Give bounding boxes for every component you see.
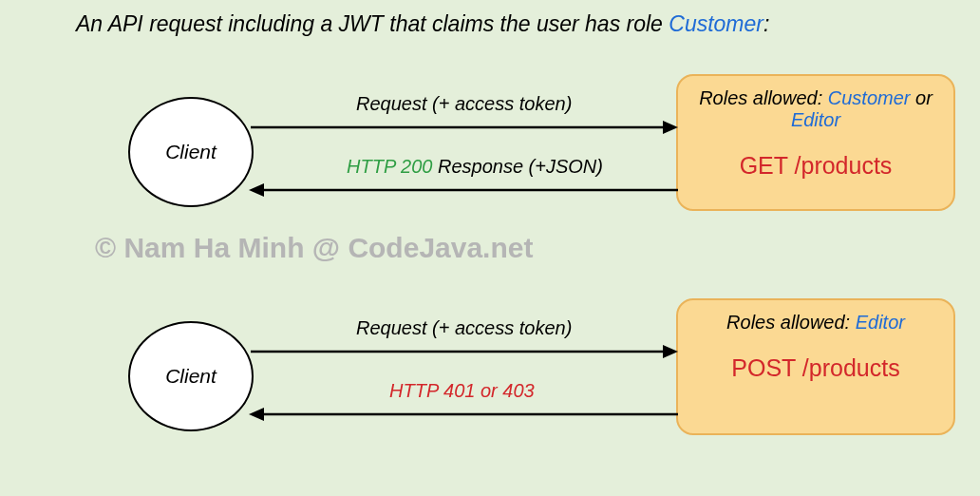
role-editor: Editor xyxy=(791,109,840,130)
arrow-response-1-icon xyxy=(249,181,678,200)
client-node-1: Client xyxy=(128,97,254,207)
response-suffix: Response (+JSON) xyxy=(432,156,603,177)
response-label-1: HTTP 200 Response (+JSON) xyxy=(347,156,603,178)
svg-marker-5 xyxy=(663,345,678,358)
arrow-request-1-icon xyxy=(251,118,678,137)
diagram-title: An API request including a JWT that clai… xyxy=(76,11,769,37)
response-label-2: HTTP 401 or 403 xyxy=(389,380,535,402)
client-node-2: Client xyxy=(128,321,254,431)
server-box-get: Roles allowed: Customer or Editor GET /p… xyxy=(676,74,955,211)
title-suffix: : xyxy=(763,11,769,36)
role-editor-2: Editor xyxy=(856,312,905,333)
svg-marker-1 xyxy=(663,121,678,134)
role-customer: Customer xyxy=(828,87,911,108)
watermark: © Nam Ha Minh @ CodeJava.net xyxy=(95,232,533,264)
svg-marker-7 xyxy=(249,408,264,421)
error-status: HTTP 401 or 403 xyxy=(389,380,535,401)
roles-allowed-get: Roles allowed: Customer or Editor xyxy=(678,87,953,131)
roles-prefix-2: Roles allowed: xyxy=(726,312,856,333)
title-prefix: An API request including a JWT that clai… xyxy=(76,11,669,36)
svg-marker-3 xyxy=(249,183,264,197)
request-label-2: Request (+ access token) xyxy=(356,317,572,339)
endpoint-get: GET /products xyxy=(678,152,953,180)
client-label-2: Client xyxy=(165,365,217,388)
server-box-post: Roles allowed: Editor POST /products xyxy=(676,298,955,435)
roles-prefix: Roles allowed: xyxy=(699,87,822,108)
response-status: HTTP 200 xyxy=(347,156,432,177)
title-role: Customer xyxy=(669,11,763,36)
client-label: Client xyxy=(165,141,217,163)
request-label-1: Request (+ access token) xyxy=(356,93,572,115)
role-join: or xyxy=(911,87,933,108)
endpoint-post: POST /products xyxy=(678,354,953,382)
arrow-request-2-icon xyxy=(251,342,678,361)
roles-allowed-post: Roles allowed: Editor xyxy=(678,312,953,334)
arrow-response-2-icon xyxy=(249,405,678,424)
